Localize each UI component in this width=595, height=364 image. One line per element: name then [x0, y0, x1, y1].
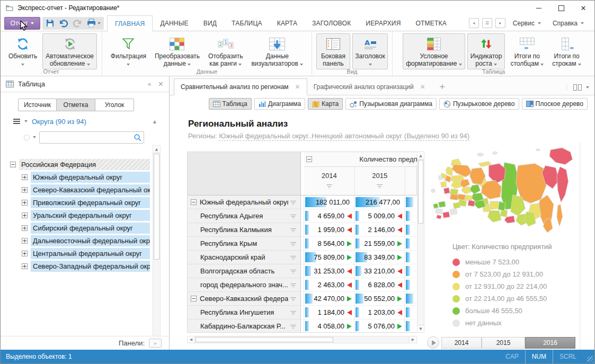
scroll-thumb[interactable] [154, 154, 159, 260]
corner-header-cell[interactable] [188, 152, 301, 196]
ribbon-tab-3[interactable]: ТАБЛИЦА [224, 15, 270, 31]
column-header-2015[interactable]: 2015 [355, 167, 406, 196]
filter-icon[interactable] [290, 310, 296, 315]
close-tab-icon[interactable]: ✕ [420, 83, 425, 91]
close-tab-icon[interactable]: ✕ [295, 83, 300, 91]
ribbon-tab-5[interactable]: ЗАГОЛОВОК [305, 15, 358, 31]
filter-icon[interactable] [377, 183, 383, 188]
row-header[interactable]: Волгоградская область [188, 264, 301, 278]
column-header-2014[interactable]: 2014 [304, 167, 355, 196]
value-cell[interactable]: 216 477,00 [354, 196, 405, 209]
tree-scrollbar[interactable]: ▲ ▼ [153, 145, 161, 336]
tab-scroll-right-button[interactable]: ▸ [495, 18, 505, 28]
undo-icon[interactable] [59, 19, 68, 28]
tab-scroll-left-button[interactable]: ◂ [469, 18, 479, 28]
help-menu[interactable]: Справка [548, 20, 588, 27]
ribbon-tab-1[interactable]: ДАННЫЕ [153, 15, 196, 31]
row-header[interactable]: Кабардино-Балкарская Р... [188, 319, 301, 333]
chevron-down-icon[interactable] [586, 86, 589, 88]
auto-refresh-button[interactable]: Автоматическоеобновление [42, 33, 97, 69]
value-cell[interactable]: 2 463,00 [304, 278, 354, 292]
value-cell[interactable]: 31 253,00 [304, 264, 354, 278]
visualizer-data-button[interactable]: Данныевизуализаторов [248, 33, 306, 69]
value-cell[interactable]: 50 552,00 [354, 292, 405, 306]
scroll-thumb[interactable] [418, 160, 423, 224]
value-cell[interactable]: 1 959,00 [304, 223, 354, 237]
refresh-button[interactable]: Обновить [5, 33, 40, 69]
ribbon-tab-6[interactable]: ИЕРАРХИЯ [358, 15, 408, 31]
filter-icon[interactable] [290, 269, 296, 273]
side-panel-button[interactable]: Боковаяпанель [316, 33, 350, 69]
tree-expand-icon[interactable]: + [22, 200, 28, 206]
value-cell[interactable]: 1 184,00 [304, 306, 354, 319]
selection-mode-icon[interactable] [24, 135, 30, 140]
tree-expand-icon[interactable]: + [22, 263, 28, 269]
value-cell[interactable]: 5 076,00 [354, 319, 405, 333]
row-header[interactable]: Республика Ингушетия [188, 306, 301, 319]
value-cell[interactable]: 4 659,00 [304, 209, 354, 223]
filter-icon[interactable] [326, 183, 332, 188]
tab-list-button[interactable]: ☰ [482, 18, 492, 28]
row-header[interactable]: −Северо-Кавказский федера... [188, 292, 301, 306]
search-icon[interactable] [134, 134, 141, 141]
value-cell[interactable]: 75 809,00 [304, 251, 354, 264]
show-as-ranks-button[interactable]: 213 Отобразитькак ранги [205, 33, 246, 69]
doc-tab-regional-analysis[interactable]: Сравнительный анализ по регионам✕ [174, 78, 307, 95]
close-button[interactable]: ✕ [572, 1, 594, 15]
menu-icon[interactable] [13, 118, 20, 125]
search-input[interactable] [40, 132, 134, 143]
panels-expand-button[interactable]: » [149, 339, 162, 348]
view-map-button[interactable]: Карта [308, 98, 343, 110]
tree-item-3[interactable]: +Уральский федеральный округ [1, 209, 169, 221]
column-header-partial[interactable] [405, 167, 417, 196]
value-cell[interactable]: 182 011,00 [304, 196, 354, 209]
tree-item-0[interactable]: +Южный федеральный округ [1, 171, 169, 183]
russia-choropleth-map[interactable] [427, 143, 581, 237]
split-view-icon[interactable] [573, 84, 582, 91]
view-flat-tree-button[interactable]: Плоское дерево [522, 98, 588, 110]
tree-item-1[interactable]: +Северо-Кавказский федеральный округ [1, 183, 169, 196]
sidebar-tab-source[interactable]: Источник [18, 99, 57, 111]
filter-icon[interactable] [290, 214, 296, 218]
collapse-panel-icon[interactable]: « [147, 80, 152, 88]
year-button-2014[interactable]: 2014 [441, 337, 482, 349]
maximize-button[interactable] [550, 1, 572, 15]
view-table-button[interactable]: Таблица [209, 98, 252, 110]
ribbon-tab-0[interactable]: ГЛАВНАЯ [107, 15, 153, 32]
tree-item-2[interactable]: +Приволжский федеральный округ [1, 196, 169, 209]
chevron-down-icon[interactable] [33, 136, 36, 138]
play-button[interactable] [427, 336, 439, 349]
filter-icon[interactable] [290, 282, 296, 287]
value-cell[interactable]: 21 559,00 [354, 237, 405, 251]
row-header[interactable]: Республика Калмыкия [188, 223, 301, 237]
filter-icon[interactable] [290, 296, 296, 301]
scroll-right-icon[interactable]: ▶ [409, 336, 416, 343]
doc-tab-graphic-analysis[interactable]: Графический анализ организаций✕ [307, 79, 432, 95]
print-icon[interactable] [86, 19, 96, 28]
row-collapse-icon[interactable]: − [191, 296, 197, 301]
view-chart-button[interactable]: Диаграмма [254, 98, 305, 110]
scroll-up-icon[interactable]: ▲ [153, 146, 160, 153]
scroll-left-icon[interactable]: ◀ [188, 336, 195, 343]
value-cell[interactable]: 8 564,00 [304, 237, 354, 251]
value-cell[interactable]: 4 058,00 [304, 319, 354, 333]
tree-item-root[interactable]: −Российская Федерация [1, 158, 169, 171]
filter-icon[interactable] [290, 255, 296, 260]
year-button-2015[interactable]: 2015 [482, 337, 525, 349]
row-collapse-icon[interactable]: − [191, 199, 197, 205]
value-cell[interactable]: 6 828,00 [354, 278, 405, 292]
scroll-down-icon[interactable]: ▼ [418, 325, 424, 332]
regions-range-link[interactable]: Южный федеральный округ..Ненецкий автоно… [219, 132, 469, 141]
ribbon-tab-7[interactable]: ОТМЕТКА [408, 15, 454, 31]
year-button-2016[interactable]: 2016 [525, 337, 575, 349]
new-tab-button[interactable]: + [432, 82, 453, 91]
filter-icon[interactable] [290, 241, 296, 246]
tree-item-4[interactable]: +Сибирский федеральный округ [1, 221, 169, 234]
sidebar-tab-corner[interactable]: Уголок [95, 99, 134, 111]
report-menu-button[interactable]: Отчет [4, 17, 40, 30]
value-cell[interactable]: 2 146,00 [354, 223, 405, 237]
chevron-down-icon[interactable] [97, 22, 101, 24]
header-button[interactable]: A Заголовок [352, 33, 388, 69]
conditional-formatting-button[interactable]: Условноеформатирование [403, 33, 465, 69]
service-menu[interactable]: Сервис [509, 20, 545, 27]
